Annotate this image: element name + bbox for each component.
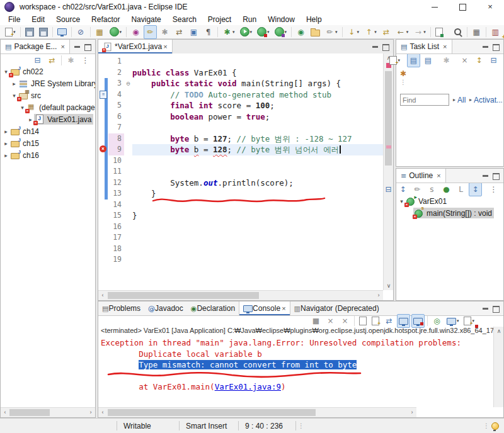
tree-item-jre-system-library[interactable]: ▸JRE System Library [1, 77, 95, 89]
dropdown-arrow-icon[interactable]: ▾ [285, 30, 287, 35]
link-editor-icon[interactable]: ↕ [469, 183, 482, 196]
minimize-view-button[interactable] [483, 175, 488, 177]
menu-navigate[interactable]: Navigate [125, 14, 166, 25]
maximize-button[interactable] [449, 0, 476, 14]
minimize-view-button[interactable] [483, 46, 488, 48]
remove-launch-icon[interactable]: × [324, 314, 337, 328]
maximize-view-button[interactable] [493, 44, 500, 51]
code-text[interactable]: } [132, 210, 383, 222]
build-icon[interactable]: ▾ [108, 25, 124, 39]
dropdown-arrow-icon[interactable]: ▾ [406, 30, 409, 35]
scrollbar-thumb[interactable] [108, 292, 259, 299]
export-icon[interactable]: ↑▾ [362, 25, 379, 39]
remove-all-launches-icon[interactable]: × [338, 314, 352, 328]
skip-breakpoints-icon[interactable]: ⊘ [74, 25, 88, 39]
code-text[interactable] [132, 166, 383, 177]
sort-icon[interactable]: ↕ [472, 53, 486, 67]
minimize-view-button[interactable] [483, 308, 488, 310]
ruler-column[interactable] [98, 67, 108, 79]
forward-icon[interactable]: →▾ [411, 25, 428, 39]
minimize-button[interactable] [421, 0, 449, 14]
scroll-left-icon[interactable]: ‹ [1, 408, 9, 417]
maximize-editor-button[interactable] [382, 44, 389, 51]
tree-item-main-string-void[interactable]: ×main(String[]) : void [396, 207, 503, 219]
ruler-column[interactable] [98, 56, 108, 67]
dropdown-arrow-icon[interactable]: ▾ [423, 30, 426, 35]
code-text[interactable] [132, 200, 383, 211]
dropdown-arrow-icon[interactable]: ▾ [267, 30, 270, 35]
close-view-icon[interactable]: × [443, 43, 447, 50]
tab-task-list[interactable]: ▤ Task List × [396, 40, 452, 53]
open-type-icon[interactable]: ◉ [129, 25, 142, 39]
scrollbar-thumb[interactable] [108, 409, 316, 416]
tree-item-ch14[interactable]: ▸ch14 [1, 125, 95, 137]
scroll-left-icon[interactable]: ‹ [98, 291, 107, 300]
menu-refactor[interactable]: Refactor [86, 14, 125, 25]
close-view-icon[interactable]: × [282, 305, 285, 312]
tab-declaration[interactable]: ◉Declaration [187, 301, 239, 315]
dropdown-arrow-icon[interactable]: ▾ [232, 30, 235, 35]
categorized-icon[interactable]: ▤ [407, 53, 420, 67]
ruler-column[interactable] [98, 122, 108, 133]
tree-item-ch16[interactable]: ▸ch16 [1, 149, 95, 161]
scrollbar-thumb[interactable] [9, 409, 50, 416]
menu-run[interactable]: Run [237, 14, 262, 25]
close-editor-icon[interactable]: × [163, 43, 167, 50]
scroll-left-icon[interactable]: ‹ [98, 408, 107, 417]
scroll-lock-icon[interactable]: + [370, 314, 381, 328]
code-text[interactable]: byte b = 127; // byte 범위 : -128 ~ 127 [132, 133, 383, 145]
terminal-icon[interactable] [55, 25, 69, 39]
sort-az-icon[interactable]: ↕ [396, 183, 410, 196]
ruler-column[interactable] [98, 254, 108, 266]
ruler-column[interactable]: ≡ [98, 89, 108, 101]
ruler-column[interactable] [98, 244, 108, 255]
save-icon[interactable] [23, 25, 36, 39]
tab-navigator-deprecated[interactable]: ▥Navigator (Deprecated) [290, 301, 383, 315]
ruler-column[interactable] [98, 210, 108, 222]
dropdown-arrow-icon[interactable]: ▾ [374, 30, 377, 35]
scrollbar-thumb[interactable] [385, 71, 392, 166]
code-text[interactable] [132, 254, 383, 266]
filter-all[interactable]: All [457, 96, 466, 104]
tree-item-ch15[interactable]: ▸ch15 [1, 137, 95, 149]
menu-source[interactable]: Source [50, 14, 86, 25]
expand-arrow-icon[interactable]: ▸ [3, 128, 9, 135]
package-explorer-hscrollbar[interactable]: ‹ › [1, 407, 95, 417]
highlighter-icon[interactable]: ✏ [144, 25, 157, 39]
close-view-icon[interactable]: × [437, 172, 440, 179]
dropdown-arrow-icon[interactable]: ▾ [335, 30, 338, 35]
code-text[interactable] [132, 155, 383, 167]
expand-arrow-icon[interactable]: ▸ [3, 152, 9, 159]
scroll-right-icon[interactable]: › [86, 408, 95, 417]
ruler-column[interactable] [98, 78, 108, 89]
code-text[interactable]: // TODO Auto-generated method stub [132, 89, 383, 101]
terminate-icon[interactable]: ■ [309, 314, 323, 328]
code-text[interactable]: byte b = 128; // byte 범위 넘어서 에러 [132, 144, 383, 155]
close-button[interactable]: × [476, 0, 504, 14]
ruler-column[interactable] [98, 166, 108, 177]
coverage-icon[interactable]: ▾ [255, 25, 272, 39]
scroll-right-icon[interactable]: › [408, 408, 416, 417]
ruler-column[interactable] [98, 133, 108, 145]
tab-outline[interactable]: ≡ Outline × [396, 169, 446, 183]
save-all-icon[interactable] [37, 25, 50, 39]
new-task-icon[interactable]: +▾ [387, 53, 402, 67]
ruler-column[interactable] [98, 222, 108, 233]
ruler-column[interactable]: × [98, 144, 108, 155]
search-icon[interactable] [451, 25, 464, 39]
delete-icon[interactable]: × [458, 53, 471, 67]
collapse-icon[interactable]: ⊟ [487, 53, 500, 67]
back-icon[interactable]: ←▾ [394, 25, 411, 39]
tree-item-varex01-java[interactable]: ▸×VarEx01.java [1, 113, 95, 125]
open-element-icon[interactable] [309, 25, 322, 39]
import-icon[interactable]: ↓▾ [345, 25, 362, 39]
code-text[interactable] [132, 222, 383, 233]
code-text[interactable] [132, 244, 383, 255]
ruler-column[interactable] [98, 155, 108, 167]
new-wizard-icon[interactable]: +▾ [3, 25, 18, 39]
run-icon[interactable]: ▾ [238, 25, 255, 39]
error-position-marker[interactable] [386, 145, 391, 149]
console-vscrollbar[interactable]: ∧ [493, 327, 503, 407]
menu-window[interactable]: Window [262, 14, 301, 25]
ruler-column[interactable] [98, 188, 108, 200]
